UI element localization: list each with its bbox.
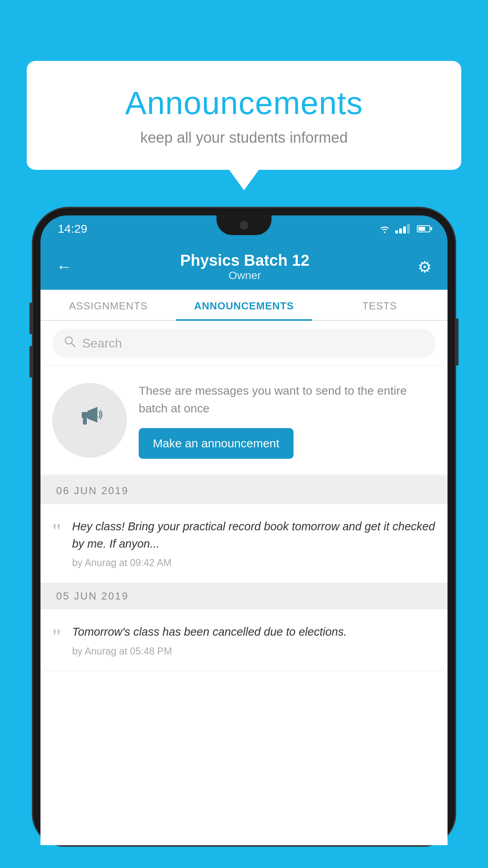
quote-icon-2: " [52,626,61,647]
header-center: Physics Batch 12 Owner [180,252,309,282]
header-title: Physics Batch 12 [180,252,309,269]
message-meta-2: by Anurag at 05:48 PM [72,645,436,657]
back-button[interactable]: ← [56,258,72,276]
svg-rect-4 [83,418,87,425]
phone-mockup: 14:29 [33,208,455,868]
message-content-1: Hey class! Bring your practical record b… [72,518,436,568]
search-container: Search [40,321,448,366]
announcement-description: These are messages you want to send to t… [139,382,436,417]
header-subtitle: Owner [180,269,309,282]
message-text-1: Hey class! Bring your practical record b… [72,518,436,552]
volume-down-button [29,346,33,377]
app-header: ← Physics Batch 12 Owner ⚙ [40,242,448,290]
status-bar: 14:29 [40,215,448,242]
message-text-2: Tomorrow's class has been cancelled due … [72,623,436,641]
search-placeholder-text: Search [82,336,122,351]
make-announcement-button[interactable]: Make an announcement [139,428,294,459]
status-icons [379,224,430,234]
volume-up-button [29,303,33,334]
wifi-icon [379,224,391,233]
phone-screen: ← Physics Batch 12 Owner ⚙ ASSIGNMENTS A… [40,242,448,845]
announcement-right: These are messages you want to send to t… [139,382,436,459]
svg-rect-3 [82,412,88,418]
message-meta-1: by Anurag at 09:42 AM [72,557,436,568]
tab-tests[interactable]: TESTS [312,290,448,320]
tab-announcements[interactable]: ANNOUNCEMENTS [176,290,312,320]
tab-assignments[interactable]: ASSIGNMENTS [40,290,176,320]
date-separator-1: 06 JUN 2019 [40,478,448,504]
message-content-2: Tomorrow's class has been cancelled due … [72,623,436,657]
notch [216,215,272,235]
speech-bubble: Announcements keep all your students inf… [27,61,461,170]
power-button [455,318,459,366]
search-input-wrap[interactable]: Search [52,329,436,358]
signal-icon [395,224,410,234]
svg-marker-2 [88,407,97,423]
phone-outer: 14:29 [33,208,455,845]
megaphone-circle [52,383,127,458]
message-item-1[interactable]: " Hey class! Bring your practical record… [40,504,448,583]
camera-notch [240,221,248,230]
tabs-bar: ASSIGNMENTS ANNOUNCEMENTS TESTS [40,290,448,321]
bubble-subtitle: keep all your students informed [58,129,430,146]
status-time: 14:29 [58,222,87,235]
battery-icon [417,225,430,232]
megaphone-icon [74,401,105,440]
message-item-2[interactable]: " Tomorrow's class has been cancelled du… [40,609,448,671]
speech-bubble-area: Announcements keep all your students inf… [27,61,461,170]
svg-line-1 [72,343,75,347]
quote-icon-1: " [52,520,61,542]
settings-button[interactable]: ⚙ [418,258,432,276]
announcement-prompt: These are messages you want to send to t… [40,366,448,478]
date-separator-2: 05 JUN 2019 [40,583,448,609]
search-icon [64,336,76,351]
bubble-title: Announcements [58,85,430,121]
